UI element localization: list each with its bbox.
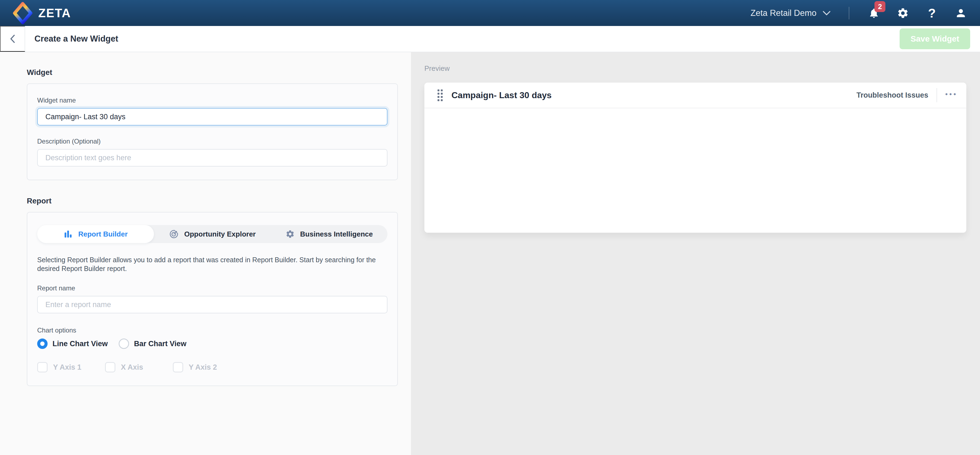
brand-name: ZETA (38, 6, 71, 20)
radio-label: Line Chart View (52, 340, 108, 348)
widget-form-panel: Widget Widget name Description (Optional… (0, 52, 411, 455)
tab-label: Business Intelligence (300, 230, 373, 239)
radio-bar-chart-view[interactable]: Bar Chart View (119, 339, 186, 349)
preview-card-title: Campaign- Last 30 days (452, 90, 552, 100)
report-section: Report Report Builder (27, 197, 398, 386)
widget-card: Widget name Description (Optional) (27, 83, 398, 180)
help-icon: ? (928, 6, 936, 21)
notification-badge: 2 (875, 1, 885, 12)
account-name: Zeta Retail Demo (751, 8, 816, 18)
report-card: Report Builder Opportunity Explorer (27, 212, 398, 386)
zeta-diamond-logo-icon (13, 2, 33, 24)
report-source-tabs: Report Builder Opportunity Explorer (37, 225, 387, 243)
chevron-left-icon (9, 34, 16, 43)
actions-divider (937, 88, 937, 102)
troubleshoot-issues-button[interactable]: Troubleshoot Issues (856, 91, 928, 100)
radio-label: Bar Chart View (134, 340, 186, 348)
chart-options-group: Chart options Line Chart View Bar Chart … (37, 326, 387, 372)
bar-chart-icon (64, 229, 73, 239)
tab-opportunity-explorer[interactable]: Opportunity Explorer (154, 225, 271, 243)
radio-line-chart-view[interactable]: Line Chart View (37, 339, 108, 349)
gear-icon (897, 7, 909, 19)
account-selector[interactable]: Zeta Retail Demo (751, 8, 831, 18)
radio-selected-icon (37, 339, 48, 349)
tab-label: Report Builder (78, 230, 128, 239)
radio-unselected-icon (119, 339, 129, 349)
checkbox-icon (37, 362, 48, 372)
chevron-down-icon (822, 10, 831, 16)
preview-widget-card: Campaign- Last 30 days Troubleshoot Issu… (425, 83, 966, 233)
chart-options-label: Chart options (37, 326, 387, 334)
back-button[interactable] (0, 26, 25, 52)
axis-checkbox-row: Y Axis 1 X Axis Y Axis 2 (37, 362, 387, 372)
report-name-label: Report name (37, 285, 387, 292)
tab-report-builder[interactable]: Report Builder (37, 225, 154, 243)
brand[interactable]: ZETA (13, 2, 71, 24)
checkbox-y-axis-2[interactable]: Y Axis 2 (173, 362, 240, 372)
description-input[interactable] (37, 149, 387, 167)
checkbox-label: Y Axis 2 (189, 363, 217, 372)
preview-card-body (425, 108, 966, 232)
user-icon (955, 7, 967, 19)
widget-section: Widget Widget name Description (Optional… (27, 68, 398, 180)
page-header: Create a New Widget Save Widget (0, 26, 980, 52)
checkbox-y-axis-1[interactable]: Y Axis 1 (37, 362, 105, 372)
checkbox-label: Y Axis 1 (53, 363, 81, 372)
tab-business-intelligence[interactable]: Business Intelligence (271, 225, 387, 243)
tab-label: Opportunity Explorer (184, 230, 256, 239)
report-name-input[interactable] (37, 296, 387, 313)
report-builder-description: Selecting Report Builder allows you to a… (37, 256, 387, 273)
top-navbar: ZETA Zeta Retail Demo 2 (0, 0, 980, 26)
preview-heading: Preview (425, 64, 966, 73)
checkbox-icon (173, 362, 183, 372)
help-button[interactable]: ? (925, 6, 939, 20)
preview-panel: Preview Campaign- Last 30 days Troublesh… (411, 52, 980, 455)
widget-section-heading: Widget (27, 68, 398, 77)
preview-card-header: Campaign- Last 30 days Troubleshoot Issu… (425, 83, 966, 108)
gear-icon (285, 229, 295, 239)
checkbox-x-axis[interactable]: X Axis (105, 362, 173, 372)
notifications-button[interactable]: 2 (867, 6, 880, 20)
report-section-heading: Report (27, 197, 398, 205)
save-widget-button[interactable]: Save Widget (900, 29, 970, 49)
checkbox-label: X Axis (121, 363, 143, 372)
widget-name-input[interactable] (37, 108, 387, 126)
page-title: Create a New Widget (25, 34, 118, 44)
profile-button[interactable] (954, 6, 967, 20)
more-options-button[interactable]: ••• (945, 91, 958, 100)
drag-handle-icon[interactable] (438, 89, 443, 101)
checkbox-icon (105, 362, 115, 372)
description-label: Description (Optional) (37, 138, 387, 145)
target-icon (169, 229, 179, 239)
settings-button[interactable] (896, 6, 910, 20)
navbar-divider (849, 7, 849, 19)
widget-name-label: Widget name (37, 97, 387, 104)
